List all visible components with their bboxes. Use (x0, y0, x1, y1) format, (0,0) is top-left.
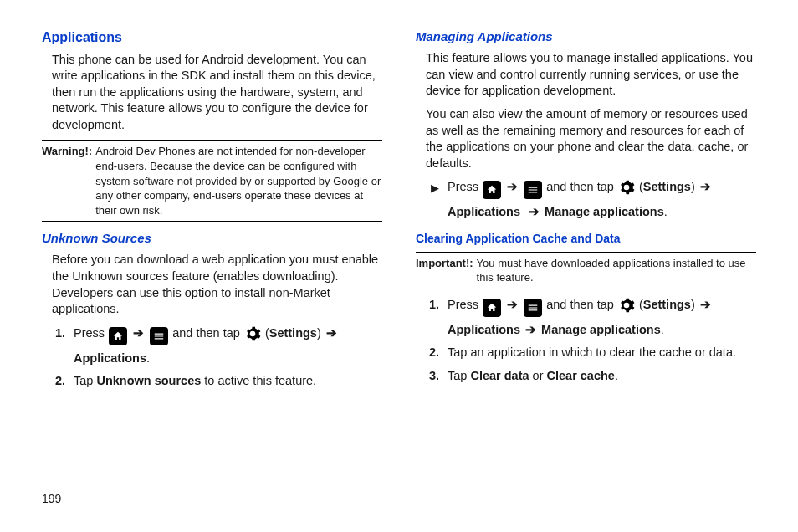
arrow-icon: ➔ (700, 180, 711, 193)
arrow-icon: ➔ (507, 298, 518, 311)
warning-label: Warning!: (42, 144, 95, 217)
menu-icon (150, 327, 168, 345)
arrow-icon: ➔ (507, 180, 518, 193)
arrow-icon: ➔ (525, 323, 536, 336)
intro-paragraph: This phone can be used for Android devel… (52, 52, 382, 134)
arrow-icon: ➔ (700, 298, 711, 311)
important-body: You must have downloaded applications in… (477, 256, 756, 285)
clear-step-2: Tap an application in which to clear the… (442, 345, 756, 361)
heading-clearing-cache: Clearing Application Cache and Data (416, 231, 756, 247)
right-column: Managing Applications This feature allow… (416, 28, 756, 396)
arrow-icon: ➔ (529, 205, 540, 218)
page-number: 199 (42, 492, 61, 505)
heading-unknown-sources: Unknown Sources (42, 230, 382, 247)
menu-icon (524, 181, 542, 199)
unknown-sources-paragraph: Before you can download a web applicatio… (52, 252, 382, 317)
gear-icon (617, 296, 636, 315)
heading-applications: Applications (42, 28, 382, 47)
home-icon (109, 327, 127, 345)
clear-step-3: Tap Clear data or Clear cache. (442, 368, 756, 385)
managing-step: ▶ Press ➔ and then tap (Settings) ➔ Appl… (431, 178, 756, 221)
left-column: Applications This phone can be used for … (42, 28, 382, 396)
arrow-icon: ➔ (326, 326, 337, 340)
managing-p2: You can also view the amount of memory o… (426, 106, 756, 171)
gear-icon (617, 178, 636, 197)
clearing-steps: Press ➔ and then tap (Settings) ➔ Applic… (442, 296, 756, 385)
warning-note: Warning!: Android Dev Phones are not int… (42, 140, 382, 222)
important-note: Important!: You must have downloaded app… (416, 252, 756, 289)
important-label: Important!: (416, 256, 477, 285)
managing-p1: This feature allows you to manage instal… (426, 50, 756, 100)
triangle-bullet-icon: ▶ (431, 181, 439, 196)
unknown-sources-steps: Press ➔ and then tap (Settings) ➔ Applic… (69, 325, 382, 390)
home-icon (483, 181, 501, 199)
heading-managing-applications: Managing Applications (416, 28, 756, 45)
step-2: Tap Unknown sources to active this featu… (69, 373, 382, 390)
home-icon (483, 299, 501, 317)
warning-body: Android Dev Phones are not intended for … (95, 144, 382, 217)
step-1: Press ➔ and then tap (Settings) ➔ Applic… (69, 325, 382, 367)
arrow-icon: ➔ (133, 326, 144, 340)
gear-icon (243, 325, 262, 343)
clear-step-1: Press ➔ and then tap (Settings) ➔ Applic… (442, 296, 756, 339)
menu-icon (524, 299, 542, 317)
